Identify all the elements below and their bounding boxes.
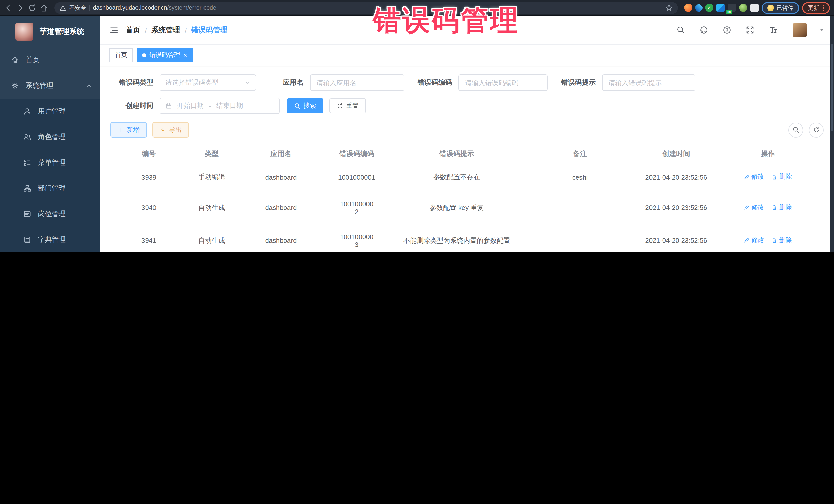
fullscreen-icon[interactable] [746, 26, 754, 35]
font-size-icon[interactable] [769, 26, 777, 35]
extension-icon-1[interactable] [684, 4, 692, 12]
extension-icon-4[interactable] [717, 4, 725, 12]
col-actions: 操作 [719, 145, 817, 163]
breadcrumb-system[interactable]: 系统管理 [151, 25, 180, 35]
cell-hint: 参数配置 key 重复 [388, 191, 526, 224]
edit-link-label: 修改 [751, 236, 764, 245]
close-tag-icon[interactable]: × [183, 52, 187, 59]
app-name-input[interactable] [315, 78, 398, 87]
error-type-select[interactable]: 请选择错误码类型 [160, 74, 256, 91]
sidebar-item-label: 首页 [26, 56, 92, 65]
home-menu-icon [11, 56, 19, 64]
cell-id: 3940 [110, 191, 187, 224]
sidebar-item-label: 字典管理 [38, 235, 92, 244]
tag-首页[interactable]: 首页 [109, 48, 133, 62]
error-code-input[interactable] [464, 78, 542, 87]
delete-link[interactable]: 删除 [771, 236, 792, 245]
forward-icon[interactable] [16, 3, 25, 12]
trash-icon [771, 204, 777, 211]
extension-icon-3[interactable]: ✓ [705, 4, 714, 12]
avatar-caret-down-icon[interactable] [819, 27, 825, 33]
edit-link[interactable]: 修改 [744, 236, 764, 245]
delete-link[interactable]: 删除 [771, 203, 792, 212]
sidebar-item-岗位管理[interactable]: 岗位管理 [0, 201, 100, 227]
badge-icon [23, 210, 31, 218]
gear-icon [11, 82, 19, 90]
add-button[interactable]: 新增 [110, 122, 147, 137]
delete-link[interactable]: 删除 [771, 173, 792, 181]
back-icon[interactable] [4, 3, 13, 12]
reload-icon[interactable] [28, 3, 37, 12]
header-search-icon[interactable] [676, 26, 685, 35]
create-time-label: 创建时间 [110, 101, 153, 110]
sidebar-item-角色管理[interactable]: 角色管理 [0, 124, 100, 150]
reset-button[interactable]: 重置 [329, 98, 366, 113]
chrome-update-button[interactable]: 更新 [802, 2, 830, 14]
address-bar[interactable]: 不安全 dashboard.yudao.iocoder.cn/system/er… [54, 2, 678, 14]
error-type-placeholder: 请选择错误码类型 [165, 78, 219, 87]
breadcrumb-home[interactable]: 首页 [126, 25, 140, 35]
user-avatar[interactable] [793, 23, 807, 37]
scrollbar-thumb[interactable] [831, 44, 833, 131]
error-code-field [458, 74, 548, 91]
bookmark-star-icon[interactable] [665, 4, 673, 12]
security-label: 不安全 [69, 4, 86, 12]
filter-row-1: 错误码类型 请选择错误码类型 应用名 错误码编码 错误码提示 [110, 74, 824, 91]
date-range-picker[interactable]: 开始日期 - 结束日期 [160, 97, 280, 114]
search-button[interactable]: 搜索 [287, 98, 323, 113]
sidebar-item-系统管理[interactable]: 系统管理 [0, 73, 100, 98]
github-icon[interactable] [700, 26, 708, 35]
profile-paused-badge[interactable]: 已暂停 [762, 2, 799, 14]
trash-icon [771, 237, 777, 243]
edit-link[interactable]: 修改 [744, 173, 764, 181]
profile-avatar-emoji [767, 4, 774, 11]
filter-row-2: 创建时间 开始日期 - 结束日期 搜索 重置 [110, 97, 824, 114]
table-row: 3940 自动生成 dashboard 100100000 2 参数配置 key… [110, 191, 817, 224]
app-name-field [310, 74, 404, 91]
browser-menu-icon[interactable] [823, 4, 824, 11]
sidebar-item-部门管理[interactable]: 部门管理 [0, 176, 100, 201]
sidebar-item-首页[interactable]: 首页 [0, 47, 100, 73]
add-button-label: 新增 [127, 126, 139, 134]
extension-icon-6[interactable] [739, 4, 747, 12]
cell-type: 手动编辑 [187, 163, 236, 191]
extensions-puzzle-icon[interactable] [750, 4, 759, 12]
app-logo-row[interactable]: 芋道管理系统 [0, 16, 100, 47]
org-tree-icon [23, 184, 31, 193]
annotation-overlay-title: 错误码管理 [373, 2, 520, 40]
cell-time: 2021-04-20 23:52:56 [634, 163, 719, 191]
cell-code: 1001000001 [326, 163, 388, 191]
browser-home-icon[interactable] [40, 3, 48, 12]
cell-actions: 修改删除 [719, 224, 817, 252]
cell-id: 3941 [110, 224, 187, 252]
collapse-sidebar-icon[interactable] [109, 25, 118, 35]
chevron-down-icon [244, 80, 250, 86]
table-toolbar: 新增 导出 [110, 122, 824, 137]
user-icon [23, 107, 31, 115]
tag-错误码管理[interactable]: 错误码管理× [136, 48, 193, 62]
error-hint-input[interactable] [608, 78, 689, 87]
breadcrumb-current: 错误码管理 [192, 25, 227, 35]
cell-id: 3939 [110, 163, 187, 191]
delete-link-label: 删除 [779, 236, 792, 245]
app-title: 芋道管理系统 [40, 27, 84, 37]
page-scrollbar[interactable] [830, 16, 834, 252]
export-button[interactable]: 导出 [152, 122, 189, 137]
extension-icon-2[interactable] [694, 3, 704, 13]
edit-link[interactable]: 修改 [744, 203, 764, 212]
reset-button-label: 重置 [346, 101, 359, 110]
sidebar-item-菜单管理[interactable]: 菜单管理 [0, 150, 100, 176]
range-separator: - [209, 102, 211, 110]
sidebar-item-字典管理[interactable]: 字典管理 [0, 227, 100, 252]
cell-time: 2021-04-20 23:52:56 [634, 224, 719, 252]
refresh-table-button[interactable] [809, 123, 824, 137]
url-host: dashboard.yudao.iocoder.cn [93, 5, 167, 11]
sidebar-item-用户管理[interactable]: 用户管理 [0, 98, 100, 124]
toggle-search-button[interactable] [788, 123, 803, 137]
help-icon[interactable] [723, 26, 731, 35]
tag-label: 首页 [115, 51, 127, 60]
sidebar-item-label: 菜单管理 [38, 158, 92, 167]
delete-link-label: 删除 [779, 173, 792, 181]
cell-remark [526, 224, 634, 252]
extension-icon-5[interactable]: on [728, 4, 736, 12]
